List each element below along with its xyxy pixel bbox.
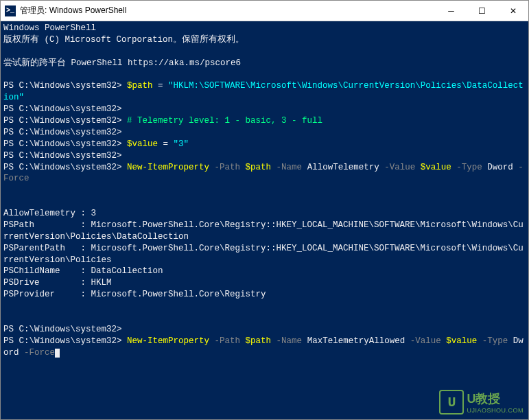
prompt: PS C:\Windows\system32> xyxy=(3,81,122,91)
param: -Path xyxy=(209,336,246,346)
param: -Value xyxy=(379,163,421,172)
output-key: AllowTelemetry : xyxy=(3,209,86,218)
prompt: PS C:\Windows\system32> xyxy=(3,139,122,149)
output-value: HKLM xyxy=(86,278,112,288)
cmdlet: New-ItemProperty xyxy=(127,336,209,346)
variable: $value xyxy=(421,163,451,172)
param-value: AllowTelemetry xyxy=(307,163,379,172)
operator: = xyxy=(153,81,169,91)
banner-line: Windows PowerShell xyxy=(3,23,96,33)
output-key: PSParentPath : xyxy=(3,244,86,253)
minimize-button[interactable]: ─ xyxy=(436,1,467,21)
string-literal: "3" xyxy=(174,139,189,149)
prompt: PS C:\Windows\system32> xyxy=(3,116,122,126)
banner-line: 版权所有 (C) Microsoft Corporation。保留所有权利。 xyxy=(3,35,244,45)
output-key: PSChildName : xyxy=(3,266,86,276)
param: -Value xyxy=(405,336,446,346)
param: -Type xyxy=(451,163,488,172)
powershell-window: >_ 管理员: Windows PowerShell ─ ☐ ✕ Windows… xyxy=(0,0,529,420)
param: -Name xyxy=(271,163,307,172)
variable: $value xyxy=(446,336,477,346)
output-value: 3 xyxy=(86,209,96,218)
cursor xyxy=(55,349,60,358)
output-key: PSDrive : xyxy=(3,278,86,288)
operator: = xyxy=(158,139,174,149)
window-title: 管理员: Windows PowerShell xyxy=(20,5,436,16)
output-key: PSProvider : xyxy=(3,290,86,299)
output-key: PSPath : xyxy=(3,220,86,230)
param: -Force xyxy=(19,348,56,358)
prompt: PS C:\Windows\system32> xyxy=(3,128,122,137)
prompt: PS C:\Windows\system32> xyxy=(3,104,122,114)
watermark-icon: U xyxy=(439,390,464,415)
param-value: Dword xyxy=(487,163,513,172)
watermark-name: U教授 xyxy=(467,390,524,407)
window-controls: ─ ☐ ✕ xyxy=(436,1,528,21)
cmdlet: New-ItemProperty xyxy=(127,163,209,172)
prompt: PS C:\Windows\system32> xyxy=(3,325,122,334)
prompt: PS C:\Windows\system32> xyxy=(3,151,122,161)
watermark-url: UJIAOSHOU.COM xyxy=(467,407,524,414)
param: -Name xyxy=(271,336,307,346)
variable: $path xyxy=(127,81,153,91)
param-value: MaxTelemetryAllowed xyxy=(307,336,405,346)
powershell-icon: >_ xyxy=(5,5,16,16)
variable: $path xyxy=(246,336,272,346)
close-button[interactable]: ✕ xyxy=(497,1,528,21)
watermark: U U教授 UJIAOSHOU.COM xyxy=(439,390,524,415)
param: -Type xyxy=(477,336,513,346)
comment: # Telemetry level: 1 - basic, 3 - full xyxy=(127,116,322,126)
terminal-output[interactable]: Windows PowerShell 版权所有 (C) Microsoft Co… xyxy=(1,21,528,360)
banner-line: 尝试新的跨平台 PowerShell https://aka.ms/pscore… xyxy=(3,58,241,68)
prompt: PS C:\Windows\system32> xyxy=(3,163,122,172)
variable: $value xyxy=(127,139,158,149)
watermark-text: U教授 UJIAOSHOU.COM xyxy=(467,390,524,414)
variable: $path xyxy=(246,163,272,172)
output-value: Microsoft.PowerShell.Core\Registry xyxy=(86,290,266,299)
output-value: DataCollection xyxy=(86,266,163,276)
param: -Path xyxy=(209,163,246,172)
prompt: PS C:\Windows\system32> xyxy=(3,336,122,346)
maximize-button[interactable]: ☐ xyxy=(467,1,497,21)
titlebar[interactable]: >_ 管理员: Windows PowerShell ─ ☐ ✕ xyxy=(1,1,528,21)
